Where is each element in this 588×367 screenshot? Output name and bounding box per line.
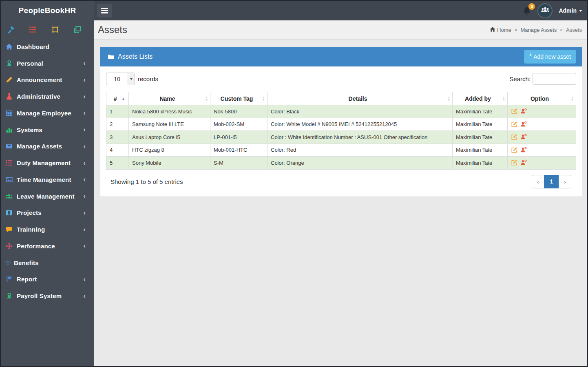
chevron-left-icon: ‹ [83,210,86,216]
sidebar-item-projects[interactable]: Projects‹ [1,205,94,221]
pagination: ‹ 1 › [532,175,571,188]
chevron-left-icon: ‹ [83,226,86,233]
table-row: 2Samsung Note III LTEMob-002-SMColor: Wh… [106,118,576,131]
admin-dropdown[interactable]: Admin [559,7,582,14]
move-icon [6,243,13,250]
sort-icon: ▲▼ [262,96,265,101]
layers-icon[interactable] [73,26,81,33]
search-label: Search: [509,75,531,82]
sidebar-item-label: Leave Management [17,193,83,200]
sidebar-item-dashboard[interactable]: Dashboard [1,38,94,55]
sidebar-item-manage-employee[interactable]: Manage Employee‹ [1,105,94,122]
sort-icon: ▲▼ [571,96,574,101]
sidebar-item-payroll-system[interactable]: Payroll System‹ [1,287,94,304]
chevron-left-icon: ‹ [83,276,86,283]
table-row: 1Nokia 5800 xPress MusicNok-5800Color: B… [106,105,576,118]
table-row: 5Sony MobileS-MColor: OrangeMaximilian T… [106,157,576,170]
sidebar-item-label: Announcement [17,76,83,83]
bell-icon [522,9,531,16]
comment-icon [6,226,13,233]
column-header--[interactable]: #▲ [106,92,129,105]
chevron-down-icon [579,10,582,12]
records-per-page-select[interactable]: 10 [106,73,135,85]
breadcrumb-item-home[interactable]: Home [490,27,511,33]
sort-icon: ▲▼ [502,96,505,101]
sidebar-item-label: Time Management [17,176,83,183]
notifications-button[interactable]: 0 [522,6,531,15]
sort-icon: ▲▼ [447,96,450,101]
pagination-prev-button[interactable]: ‹ [532,175,544,188]
added-by-cell: Maximilian Tate [453,105,508,118]
edit-icon[interactable] [511,134,517,140]
bullet-list-icon[interactable] [29,26,37,33]
admin-label: Admin [559,7,577,14]
records-per-page-value: 10 [106,73,128,85]
user-badge-icon[interactable] [520,159,527,166]
added-by-cell: Maximilian Tate [453,131,508,144]
column-header-added-by[interactable]: Added by▲▼ [453,92,508,105]
medal-icon [6,292,13,299]
details-cell: Color : White Identification Number : AS… [267,131,453,144]
user-badge-icon[interactable] [520,108,527,115]
assets-panel: Assets Lists + Add new asset 10 records [100,47,582,197]
sort-ascending-icon: ▲ [122,97,125,101]
avatar-icon [540,5,550,16]
edit-icon[interactable] [511,108,517,115]
sidebar-menu: DashboardPersonal‹Announcement‹Administr… [1,38,94,304]
chevron-left-icon: ‹ [83,293,86,299]
cap-icon [4,259,11,266]
pagination-page-1-button[interactable]: 1 [544,175,559,188]
breadcrumb-separator: » [515,27,517,33]
column-header-option[interactable]: Option▲▼ [508,92,576,105]
user-badge-icon[interactable] [520,121,527,128]
user-avatar[interactable] [537,3,553,18]
users-icon [6,193,13,200]
sidebar: PeopleBookHR DashboardPersonal‹Announcem… [1,1,94,366]
sidebar-item-duty-management[interactable]: Duty Management‹ [1,155,94,171]
sidebar-item-benefits[interactable]: Benefits [1,254,94,271]
sidebar-item-report[interactable]: Report‹ [1,271,94,288]
notification-badge: 0 [528,3,535,10]
topbar: 0 Admin [94,1,587,20]
home-icon [6,43,13,50]
chevron-left-icon: ‹ [83,143,86,150]
sidebar-item-label: Personal [17,60,83,67]
app-window: PeopleBookHR DashboardPersonal‹Announcem… [0,0,588,367]
breadcrumb-item-manage-assets[interactable]: Manage Assets [520,27,557,33]
hammer-icon[interactable] [7,26,15,33]
sidebar-item-trainning[interactable]: Trainning‹ [1,221,94,238]
hamburger-menu-button[interactable] [97,4,112,18]
column-header-details[interactable]: Details▲▼ [267,92,453,105]
select-caret-zone [128,73,135,85]
sidebar-item-leave-management[interactable]: Leave Management‹ [1,188,94,205]
column-header-custom-tag[interactable]: Custom Tag▲▼ [210,92,267,105]
edit-icon[interactable] [511,121,517,128]
column-header-name[interactable]: Name▲▼ [129,92,210,105]
asset-number-cell: 1 [106,105,129,118]
added-by-cell: Maximilian Tate [453,144,508,157]
user-badge-icon[interactable] [520,134,527,140]
sidebar-item-administrative[interactable]: Administrative‹ [1,88,94,105]
map-icon [6,209,13,216]
user-badge-icon[interactable] [520,147,527,153]
details-cell: Color: Red [267,144,453,157]
panel-title: Assets Lists [118,53,153,60]
sidebar-item-performance[interactable]: Performance‹ [1,238,94,254]
sidebar-item-time-management[interactable]: Time Management‹ [1,171,94,188]
add-new-asset-button[interactable]: + Add new asset [524,50,576,64]
search-input[interactable] [533,73,576,85]
crop-icon[interactable] [51,26,59,33]
sidebar-item-manage-assets[interactable]: Manage Assets‹ [1,138,94,155]
table-icon [6,110,13,117]
asset-name-cell: Asus Laptop Core i5 [129,131,210,144]
sidebar-item-personal[interactable]: Personal‹ [1,55,94,72]
pagination-next-button[interactable]: › [559,175,571,188]
sidebar-item-announcement[interactable]: Announcement‹ [1,72,94,88]
sidebar-item-label: Projects [17,209,83,216]
edit-icon[interactable] [511,147,517,153]
custom-tag-cell: Nok-5800 [210,105,267,118]
edit-icon[interactable] [511,159,517,166]
chevron-left-icon: ‹ [83,193,86,199]
medal-icon [6,60,13,67]
sidebar-item-systems[interactable]: Systems‹ [1,122,94,138]
